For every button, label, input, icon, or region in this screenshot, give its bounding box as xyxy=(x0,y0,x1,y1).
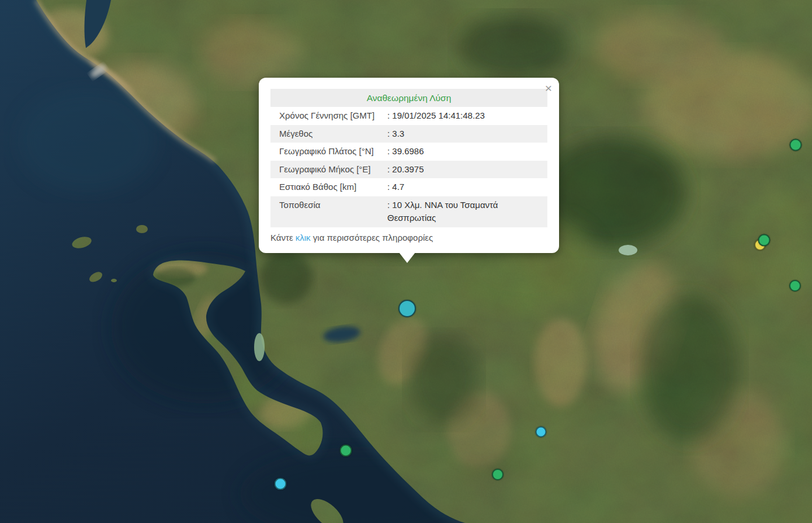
row-origin-time: Χρόνος Γέννησης [GMT] : 19/01/2025 14:41… xyxy=(270,107,547,125)
satellite-map[interactable]: × Αναθεωρημένη Λύση Χρόνος Γέννησης [GMT… xyxy=(0,0,812,523)
row-label: Τοποθεσία xyxy=(279,199,387,225)
popup-table: Χρόνος Γέννησης [GMT] : 19/01/2025 14:41… xyxy=(270,107,547,227)
earthquake-marker[interactable] xyxy=(789,280,801,292)
earthquake-marker[interactable] xyxy=(790,139,802,151)
footer-text: για περισσότερες πληροφορίες xyxy=(311,233,433,243)
close-icon[interactable]: × xyxy=(545,82,552,94)
earthquake-marker[interactable] xyxy=(758,234,771,247)
earthquake-marker[interactable] xyxy=(492,469,504,480)
row-latitude: Γεωγραφικό Πλάτος [°N] : 39.6986 xyxy=(270,143,547,161)
row-value: : 3.3 xyxy=(387,127,543,141)
row-location: Τοποθεσία : 10 Χλμ. ΝΝΑ του Τσαμαντά Θεσ… xyxy=(270,196,547,227)
row-label: Χρόνος Γέννησης [GMT] xyxy=(279,109,387,123)
row-value: : 20.3975 xyxy=(387,163,543,176)
row-value: : 4.7 xyxy=(387,181,543,194)
row-value: : 39.6986 xyxy=(387,145,543,158)
selected-earthquake-marker[interactable] xyxy=(398,300,416,317)
row-magnitude: Μέγεθος : 3.3 xyxy=(270,125,547,143)
earthquake-marker[interactable] xyxy=(536,427,547,438)
row-longitude: Γεωγραφικό Μήκος [°E] : 20.3975 xyxy=(270,161,547,179)
footer-text: Κάντε xyxy=(270,233,296,243)
row-label: Εστιακό Βάθος [km] xyxy=(279,181,387,194)
earthquake-map-page: × Αναθεωρημένη Λύση Χρόνος Γέννησης [GMT… xyxy=(0,0,812,523)
earthquake-marker[interactable] xyxy=(340,445,352,457)
popup-title: Αναθεωρημένη Λύση xyxy=(270,89,547,107)
row-depth: Εστιακό Βάθος [km] : 4.7 xyxy=(270,178,547,196)
row-label: Γεωγραφικό Πλάτος [°N] xyxy=(279,145,387,158)
row-value: : 19/01/2025 14:41:48.23 xyxy=(387,109,543,123)
popup-tail xyxy=(399,252,415,263)
row-label: Μέγεθος xyxy=(279,127,387,141)
row-label: Γεωγραφικό Μήκος [°E] xyxy=(279,163,387,176)
earthquake-marker[interactable] xyxy=(275,478,287,490)
earthquake-popup: × Αναθεωρημένη Λύση Χρόνος Γέννησης [GMT… xyxy=(259,78,559,253)
more-info-link[interactable]: κλικ xyxy=(296,233,311,243)
row-value: : 10 Χλμ. ΝΝΑ του Τσαμαντά Θεσπρωτίας xyxy=(387,199,543,225)
popup-footer: Κάντε κλικ για περισσότερες πληροφορίες xyxy=(270,227,547,246)
